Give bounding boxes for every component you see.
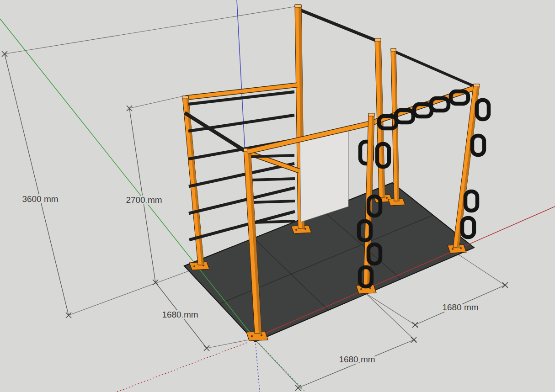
- dimension-label-1680-front: 1680 mm: [339, 355, 375, 364]
- wall-panel: [300, 131, 348, 222]
- viewport-background: [0, 0, 555, 392]
- dimension-label-2700: 2700 mm: [126, 195, 162, 205]
- dimension-label-3600: 3600 mm: [22, 194, 58, 204]
- dimension-label-1680-right: 1680 mm: [442, 302, 478, 312]
- model-canvas[interactable]: 3600 mm 2700 mm 1680 mm 1680 mm 1680 mm: [0, 0, 555, 392]
- model-viewport[interactable]: 3600 mm 2700 mm 1680 mm 1680 mm 1680 mm: [0, 0, 555, 392]
- dimension-label-1680-left: 1680 mm: [162, 310, 198, 319]
